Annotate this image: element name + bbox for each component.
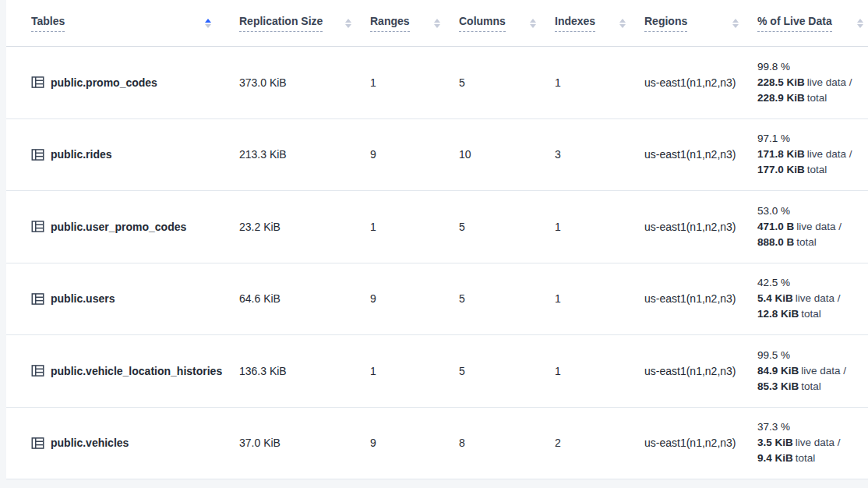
live-data-size-line: 471.0 Blive data / (757, 219, 863, 235)
column-header[interactable]: Columns (459, 15, 555, 32)
total-size-line: 888.0 Btotal (757, 235, 863, 250)
sort-icon[interactable] (345, 19, 351, 28)
table-name-cell: public.vehicle_location_histories (6, 364, 239, 377)
table-icon (31, 220, 44, 233)
column-header[interactable]: % of Live Data (757, 15, 868, 32)
table-name-link[interactable]: public.promo_codes (51, 76, 157, 89)
sort-icon[interactable] (434, 19, 440, 28)
replication-size-value: 136.3 KiB (239, 365, 370, 377)
replication-size-value: 23.2 KiB (239, 221, 370, 233)
live-data-percent: 99.5 % (757, 348, 863, 363)
table-name-link[interactable]: public.vehicles (51, 437, 129, 449)
tables-list-card: Tables Replication Size Ranges Columns I… (6, 0, 868, 479)
table-icon (31, 76, 44, 89)
live-data-cell: 37.3 % 3.5 KiBlive data / 9.4 KiBtotal (757, 419, 868, 466)
replication-size-value: 373.0 KiB (239, 76, 370, 89)
live-data-cell: 53.0 % 471.0 Blive data / 888.0 Btotal (757, 203, 868, 250)
table-name-link[interactable]: public.rides (51, 148, 112, 161)
table-name-cell: public.rides (6, 148, 239, 161)
columns-value: 10 (459, 148, 555, 161)
table-name-link[interactable]: public.user_promo_codes (51, 221, 186, 233)
column-header-label: Replication Size (239, 15, 323, 32)
ranges-value: 1 (370, 365, 459, 377)
live-data-cell: 99.5 % 84.9 KiBlive data / 85.3 KiBtotal (757, 348, 868, 394)
replication-size-value: 37.0 KiB (239, 437, 370, 449)
sort-icon[interactable] (857, 19, 863, 28)
columns-value: 5 (459, 365, 555, 377)
table-row[interactable]: public.users 64.6 KiB 9 5 1 us-east1(n1,… (6, 263, 868, 336)
indexes-value: 3 (555, 148, 644, 161)
table-body: public.promo_codes 373.0 KiB 1 5 1 us-ea… (6, 47, 868, 479)
table-name-cell: public.vehicles (6, 437, 239, 450)
column-header-label: Tables (31, 15, 65, 32)
indexes-value: 1 (555, 76, 644, 89)
sort-icon[interactable] (205, 19, 211, 28)
table-name-cell: public.user_promo_codes (6, 220, 239, 233)
live-data-percent: 99.8 % (757, 59, 863, 75)
live-data-percent: 42.5 % (757, 275, 863, 291)
live-data-percent: 53.0 % (757, 203, 863, 219)
table-row[interactable]: public.user_promo_codes 23.2 KiB 1 5 1 u… (6, 191, 868, 263)
live-data-size-line: 3.5 KiBlive data / (757, 435, 863, 451)
live-data-size-line: 171.8 KiBlive data / (757, 147, 863, 162)
sort-icon[interactable] (530, 19, 536, 28)
replication-size-value: 64.6 KiB (239, 292, 370, 305)
indexes-value: 1 (555, 292, 644, 305)
table-icon (31, 364, 44, 377)
table-header-row: Tables Replication Size Ranges Columns I… (6, 0, 868, 47)
live-data-size-line: 5.4 KiBlive data / (757, 291, 863, 306)
table-name-link[interactable]: public.users (51, 292, 115, 305)
live-data-cell: 42.5 % 5.4 KiBlive data / 12.8 KiBtotal (757, 275, 868, 322)
column-header[interactable]: Regions (644, 15, 757, 32)
live-data-percent: 37.3 % (757, 419, 863, 435)
ranges-value: 9 (370, 437, 459, 449)
live-data-cell: 99.8 % 228.5 KiBlive data / 228.9 KiBtot… (757, 59, 868, 106)
regions-value: us-east1(n1,n2,n3) (644, 148, 757, 161)
column-header[interactable]: Tables (6, 15, 239, 32)
total-size-line: 177.0 KiBtotal (757, 162, 863, 178)
column-header-label: Columns (459, 15, 506, 32)
table-name-cell: public.users (6, 292, 239, 306)
column-header-label: Indexes (555, 15, 595, 32)
columns-value: 5 (459, 292, 555, 305)
column-header-label: Regions (644, 15, 687, 32)
sort-icon[interactable] (619, 19, 626, 28)
ranges-value: 1 (370, 221, 459, 233)
total-size-line: 228.9 KiBtotal (757, 90, 863, 106)
ranges-value: 9 (370, 292, 459, 305)
regions-value: us-east1(n1,n2,n3) (644, 221, 757, 233)
column-header[interactable]: Indexes (555, 15, 644, 32)
table-icon (31, 292, 44, 306)
indexes-value: 1 (555, 221, 644, 233)
live-data-size-line: 84.9 KiBlive data / (757, 363, 863, 379)
table-name-link[interactable]: public.vehicle_location_histories (51, 365, 222, 377)
total-size-line: 9.4 KiBtotal (757, 451, 863, 466)
total-size-line: 85.3 KiBtotal (757, 379, 863, 394)
indexes-value: 2 (555, 437, 644, 449)
sort-icon[interactable] (732, 19, 739, 28)
table-icon (31, 148, 44, 161)
column-header[interactable]: Replication Size (239, 15, 370, 32)
column-header-label: Ranges (370, 15, 410, 32)
live-data-cell: 97.1 % 171.8 KiBlive data / 177.0 KiBtot… (757, 131, 868, 178)
regions-value: us-east1(n1,n2,n3) (644, 292, 757, 305)
regions-value: us-east1(n1,n2,n3) (644, 76, 757, 89)
columns-value: 5 (459, 76, 555, 89)
live-data-size-line: 228.5 KiBlive data / (757, 75, 863, 90)
replication-size-value: 213.3 KiB (239, 148, 370, 161)
columns-value: 8 (459, 437, 555, 449)
table-icon (31, 437, 44, 450)
column-header-label: % of Live Data (757, 15, 832, 32)
ranges-value: 9 (370, 148, 459, 161)
table-row[interactable]: public.promo_codes 373.0 KiB 1 5 1 us-ea… (6, 47, 868, 119)
columns-value: 5 (459, 221, 555, 233)
live-data-percent: 97.1 % (757, 131, 863, 147)
table-row[interactable]: public.vehicles 37.0 KiB 9 8 2 us-east1(… (6, 408, 868, 480)
ranges-value: 1 (370, 76, 459, 89)
total-size-line: 12.8 KiBtotal (757, 306, 863, 322)
regions-value: us-east1(n1,n2,n3) (644, 365, 757, 377)
table-row[interactable]: public.vehicle_location_histories 136.3 … (6, 335, 868, 408)
table-name-cell: public.promo_codes (6, 76, 239, 89)
column-header[interactable]: Ranges (370, 15, 459, 32)
table-row[interactable]: public.rides 213.3 KiB 9 10 3 us-east1(n… (6, 119, 868, 192)
